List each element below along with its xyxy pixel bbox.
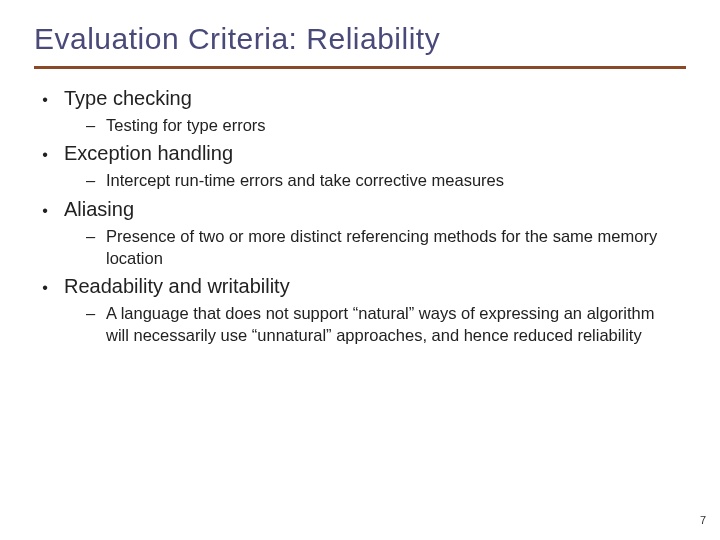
slide-content: • Type checking – Testing for type error…	[34, 87, 686, 347]
sub-list: – Presence of two or more distinct refer…	[40, 225, 686, 270]
bullet-label: Aliasing	[64, 198, 134, 221]
sub-list: – Intercept run-time errors and take cor…	[40, 169, 686, 191]
bullet-label: Type checking	[64, 87, 192, 110]
list-item: • Readability and writability – A langua…	[40, 275, 686, 347]
sub-list: – A language that does not support “natu…	[40, 302, 686, 347]
dash-icon: –	[86, 169, 96, 191]
dash-icon: –	[86, 114, 96, 136]
bullet-icon: •	[40, 203, 50, 219]
bullet-icon: •	[40, 92, 50, 108]
slide-title: Evaluation Criteria: Reliability	[34, 22, 686, 56]
page-number: 7	[700, 514, 706, 526]
sub-item: – Intercept run-time errors and take cor…	[86, 169, 686, 191]
title-divider	[34, 66, 686, 69]
dash-icon: –	[86, 302, 96, 324]
bullet-icon: •	[40, 147, 50, 163]
list-item: • Aliasing – Presence of two or more dis…	[40, 198, 686, 270]
sub-label: A language that does not support “natura…	[106, 302, 666, 347]
list-item: • Exception handling – Intercept run-tim…	[40, 142, 686, 191]
sub-label: Testing for type errors	[106, 114, 666, 136]
sub-item: – Presence of two or more distinct refer…	[86, 225, 686, 270]
sub-label: Presence of two or more distinct referen…	[106, 225, 666, 270]
sub-label: Intercept run-time errors and take corre…	[106, 169, 666, 191]
bullet-label: Readability and writability	[64, 275, 290, 298]
bullet-list: • Type checking – Testing for type error…	[34, 87, 686, 347]
sub-item: – Testing for type errors	[86, 114, 686, 136]
dash-icon: –	[86, 225, 96, 247]
sub-item: – A language that does not support “natu…	[86, 302, 686, 347]
bullet-label: Exception handling	[64, 142, 233, 165]
list-item: • Type checking – Testing for type error…	[40, 87, 686, 136]
bullet-icon: •	[40, 280, 50, 296]
sub-list: – Testing for type errors	[40, 114, 686, 136]
